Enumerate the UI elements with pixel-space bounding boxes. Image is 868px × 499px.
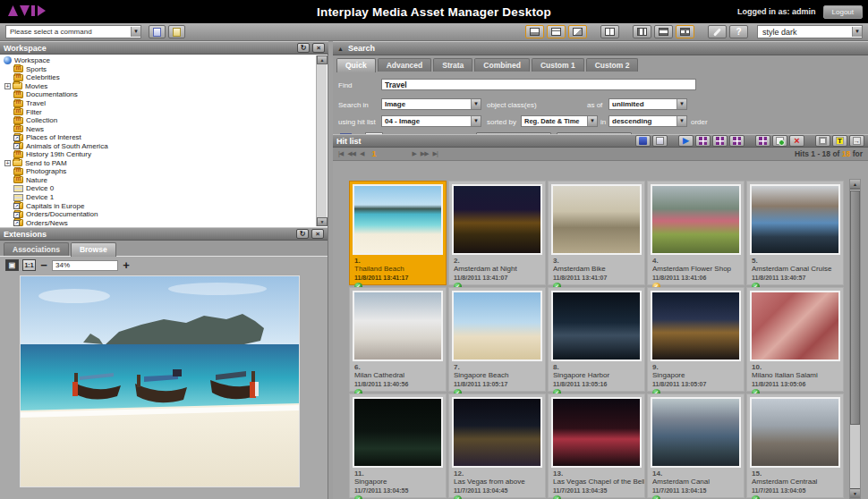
sidebar-item-travel[interactable]: Travel — [2, 99, 316, 108]
command-select[interactable]: Please select a command ▼ — [5, 25, 141, 38]
find-input[interactable] — [381, 79, 696, 90]
sidebar-item-device-0[interactable]: Device 0 — [2, 184, 316, 193]
sidebar-item-animals-of-south-america[interactable]: Animals of South America — [2, 141, 316, 150]
hit-list-select[interactable]: 04 - Image ▼ — [381, 115, 481, 127]
workspace-scrollbar[interactable]: ▲ ▼ — [316, 55, 327, 226]
save-button[interactable] — [635, 135, 651, 147]
zoom-out-button[interactable]: − — [39, 258, 48, 272]
last-page-button[interactable]: ▶| — [433, 150, 438, 157]
sidebar-item-capitals-in-europe[interactable]: Capitals in Europe — [2, 201, 316, 210]
settings-wrench-button[interactable] — [708, 25, 727, 38]
result-tile[interactable]: 4.Amsterdam Flower Shop11/8/2011 13:41:0… — [647, 181, 745, 285]
refresh-icon[interactable]: ↻ — [297, 43, 310, 53]
refresh-icon[interactable]: ↻ — [296, 229, 309, 239]
result-tile[interactable]: 3.Amsterdam Bike11/8/2011 13:41:07✓ — [548, 181, 645, 285]
result-tile[interactable]: 11.Singapore11/7/2011 13:04:55✓ — [349, 393, 447, 498]
result-tile[interactable]: 15.Amsterdam Centraal11/7/2011 13:04:05✓ — [746, 393, 844, 498]
as-of-select[interactable]: unlimited ▼ — [608, 98, 687, 110]
logout-button[interactable]: Logout — [823, 5, 863, 19]
fit-to-window-icon[interactable]: ▣ — [5, 259, 19, 271]
sidebar-item-workspace[interactable]: Workspace — [2, 56, 316, 65]
search-panel-header[interactable]: ▲ Search — [333, 41, 868, 55]
sidebar-item-photographs[interactable]: Photographs — [2, 167, 316, 176]
scroll-down-icon[interactable]: ▼ — [317, 217, 328, 226]
view-rows-button[interactable] — [654, 25, 673, 38]
grid-3-button[interactable] — [729, 135, 745, 147]
sidebar-item-sports[interactable]: Sports — [2, 65, 316, 74]
scroll-up-icon[interactable]: ▲ — [850, 180, 860, 190]
next-page-button[interactable]: ▶ — [412, 150, 415, 157]
scrollbar-thumb[interactable] — [850, 190, 860, 425]
one-to-one-button[interactable]: 1:1 — [22, 259, 36, 271]
sidebar-item-device-1[interactable]: Device 1 — [2, 193, 316, 202]
result-tile[interactable]: 7.Singapore Beach11/8/2011 13:05:17✓ — [448, 287, 546, 392]
copy-button[interactable] — [652, 135, 668, 147]
search-in-select[interactable]: Image ▼ — [381, 98, 481, 110]
split-view-button[interactable] — [600, 25, 619, 38]
sidebar-item-collection[interactable]: Collection — [2, 116, 316, 125]
zoom-in-button[interactable]: + — [122, 258, 131, 272]
scroll-up-icon[interactable]: ▲ — [317, 55, 328, 64]
play-button[interactable]: ▶ — [678, 135, 694, 147]
expand-icon[interactable]: + — [4, 83, 11, 89]
zoom-level-input[interactable] — [52, 260, 118, 271]
result-tile[interactable]: 13.Las Vegas Chapel of the Bells11/7/201… — [548, 393, 645, 498]
prev-10-button[interactable]: ◀◀ — [347, 150, 355, 157]
window-tile-button[interactable] — [547, 25, 566, 38]
grid-2-button[interactable] — [712, 135, 728, 147]
expand-icon[interactable]: + — [4, 160, 11, 166]
sidebar-item-orders-documentation[interactable]: Orders/Documentation — [2, 210, 316, 219]
grid-4-button[interactable] — [755, 135, 770, 147]
tab-quick[interactable]: Quick — [336, 58, 376, 72]
sidebar-item-history-19th-century[interactable]: History 19th Century — [2, 150, 316, 159]
result-tile[interactable]: 5.Amsterdam Canal Cruise11/8/2011 13:40:… — [746, 181, 844, 285]
clipboard-button[interactable] — [168, 25, 185, 38]
export-button[interactable]: → — [849, 135, 864, 147]
result-tile[interactable]: 10.Milano Italian Salami11/8/2011 13:05:… — [746, 287, 844, 392]
view-grid-button[interactable] — [676, 25, 694, 38]
close-icon[interactable]: × — [311, 229, 324, 239]
tab-associations[interactable]: Associations — [4, 242, 69, 256]
view-columns-button[interactable] — [633, 25, 651, 38]
sidebar-item-celebrities[interactable]: Celebrities — [2, 73, 316, 82]
next-10-button[interactable]: ▶▶ — [421, 150, 429, 157]
sidebar-item-movies[interactable]: +Movies — [2, 82, 316, 91]
sidebar-item-filter[interactable]: Filter — [2, 107, 316, 116]
style-select[interactable]: style dark ▼ — [757, 25, 863, 38]
result-tile[interactable]: 1.Thailand Beach11/8/2011 13:41:17✓ — [349, 181, 447, 285]
result-tile[interactable]: 8.Singapore Harbor11/8/2011 13:05:16✓ — [548, 287, 645, 392]
results-scrollbar[interactable]: ▲ ▼ — [849, 179, 861, 499]
frame-button[interactable] — [815, 135, 830, 147]
result-tile[interactable]: 14.Amsterdam Canal11/7/2011 13:04:15✓ — [647, 393, 745, 498]
grid-1-button[interactable] — [695, 135, 711, 147]
run-script-button[interactable] — [149, 25, 166, 38]
tab-custom-2[interactable]: Custom 2 — [586, 58, 639, 72]
result-tile[interactable]: 9.Singapore11/8/2011 13:05:07✓ — [647, 287, 745, 392]
prev-page-button[interactable]: ◀ — [360, 150, 363, 157]
close-icon[interactable]: × — [312, 43, 325, 53]
help-button[interactable]: ? — [729, 25, 748, 38]
tab-strata[interactable]: Strata — [433, 58, 472, 72]
sidebar-item-orders-news[interactable]: Orders/News — [2, 218, 316, 226]
tab-combined[interactable]: Combined — [474, 58, 530, 72]
result-tile[interactable]: 2.Amsterdam at Night11/8/2011 13:41:07✓ — [448, 181, 546, 285]
sidebar-item-nature[interactable]: Nature — [2, 176, 316, 185]
scroll-down-icon[interactable]: ▼ — [850, 488, 860, 498]
tab-custom-1[interactable]: Custom 1 — [532, 58, 584, 72]
delete-button[interactable]: × — [789, 135, 804, 147]
window-edit-button[interactable] — [568, 25, 587, 38]
sorted-by-select[interactable]: Reg. Date & Time ▼ — [521, 115, 598, 127]
tab-advanced[interactable]: Advanced — [378, 58, 432, 72]
text-button[interactable]: T — [832, 135, 847, 147]
add-button[interactable] — [772, 135, 787, 147]
sidebar-item-send-to-pam[interactable]: +Send to PAM — [2, 159, 316, 168]
first-page-button[interactable]: |◀ — [338, 150, 343, 157]
window-cascade-button[interactable] — [525, 25, 544, 38]
order-select[interactable]: descending ▼ — [608, 115, 687, 127]
result-tile[interactable]: 6.Milan Cathedral11/8/2011 13:40:56✓ — [349, 287, 447, 392]
sidebar-item-places-of-interest[interactable]: Places of Interest — [2, 133, 316, 142]
sidebar-item-documentations[interactable]: Documentations — [2, 90, 316, 99]
sidebar-item-news[interactable]: News — [2, 124, 316, 133]
result-tile[interactable]: 12.Las Vegas from above11/7/2011 13:04:4… — [448, 393, 546, 498]
tab-browse[interactable]: Browse — [71, 242, 116, 257]
